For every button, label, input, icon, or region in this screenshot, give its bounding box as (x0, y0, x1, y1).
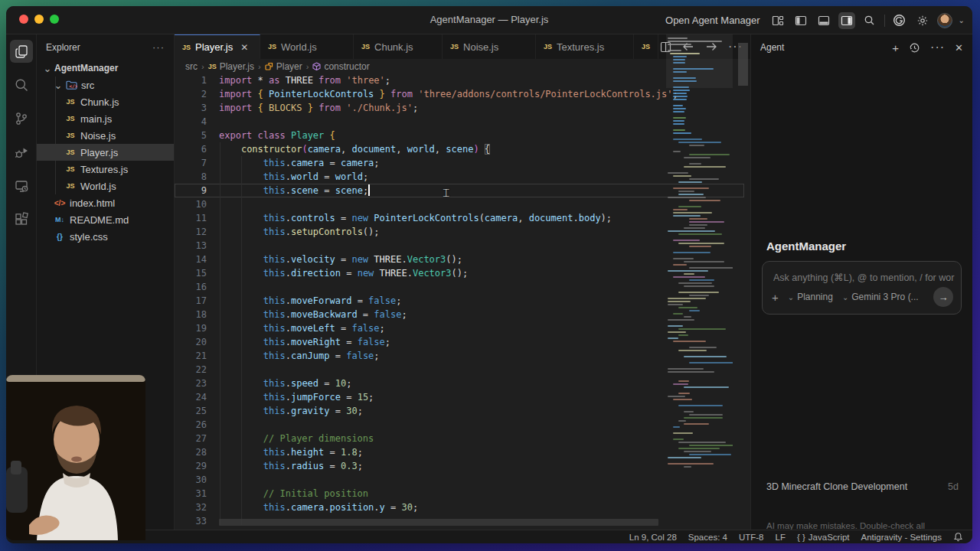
code-line-17[interactable]: 17 this.moveForward = false; (175, 294, 750, 308)
status-ln-9-col-28[interactable]: Ln 9, Col 28 (629, 533, 677, 542)
breadcrumb-constructor[interactable]: constructor (312, 61, 369, 72)
status-utf-8[interactable]: UTF-8 (739, 533, 764, 542)
code-line-23[interactable]: 23 this.speed = 10; (175, 377, 750, 390)
line-number: 11 (175, 211, 219, 225)
minimap[interactable] (666, 34, 733, 519)
code-line-16[interactable]: 16 (175, 280, 750, 294)
tree-item-textures-js[interactable]: JSTextures.js (37, 161, 174, 178)
code-line-32[interactable]: 32 this.camera.position.y = 30; (175, 500, 750, 514)
activity-search-icon[interactable] (6, 68, 37, 102)
code-line-28[interactable]: 28 this.height = 1.8; (175, 445, 750, 459)
conversation-item[interactable]: 3D Minecraft Clone Development 5d (766, 481, 959, 492)
mode-dropdown[interactable]: ⌄Planning (788, 292, 833, 302)
tree-item-chunk-js[interactable]: JSChunk.js (37, 93, 174, 110)
tree-item-src[interactable]: ⌄</>src (37, 77, 174, 93)
tree-item-main-js[interactable]: JSmain.js (37, 110, 174, 127)
code-line-18[interactable]: 18 this.moveBackward = false; (175, 308, 750, 321)
vertical-scrollbar[interactable] (738, 43, 748, 86)
history-icon[interactable] (909, 42, 920, 54)
toggle-bottom-panel-icon[interactable] (815, 12, 832, 29)
customize-layout-icon[interactable] (769, 12, 786, 29)
code-line-6[interactable]: 6 constructor(camera, document, world, s… (175, 142, 750, 156)
code-line-8[interactable]: 8 this.world = world; (175, 170, 750, 184)
activity-source-control-icon[interactable] (6, 102, 37, 135)
attach-icon[interactable]: + (772, 291, 779, 304)
tab-world-js[interactable]: JSWorld.js (260, 34, 354, 59)
new-chat-icon[interactable]: + (892, 41, 899, 54)
code-line-1[interactable]: 1import * as THREE from 'three'; (175, 73, 750, 87)
horizontal-scrollbar[interactable] (219, 519, 658, 526)
toggle-right-panel-icon[interactable] (838, 12, 855, 29)
code-line-15[interactable]: 15 this.direction = new THREE.Vector3(); (175, 266, 750, 280)
agent-input-box[interactable]: Ask anything (⌘L), @ to mention, / for w… (762, 261, 962, 315)
code-line-4[interactable]: 4 (175, 115, 750, 129)
tree-item-noise-js[interactable]: JSNoise.js (37, 127, 174, 144)
activity-explorer-icon[interactable] (6, 34, 37, 68)
tree-item-style-css[interactable]: {}style.css (37, 228, 174, 245)
code-area[interactable]: 1import * as THREE from 'three';2import … (175, 73, 750, 530)
code-line-10[interactable]: 10 (175, 197, 750, 211)
code-line-27[interactable]: 27 // Player dimensions (175, 432, 750, 445)
tab-partial[interactable]: JS (634, 34, 658, 59)
activity-extensions-icon[interactable] (6, 203, 37, 236)
code-line-12[interactable]: 12 this.setupControls(); (175, 225, 750, 239)
breadcrumb-player-js[interactable]: JSPlayer.js (208, 61, 254, 72)
breadcrumb-player[interactable]: Player (265, 61, 302, 72)
tab-label: Noise.js (463, 41, 498, 53)
gear-icon[interactable] (914, 12, 931, 29)
code-line-22[interactable]: 22 (175, 363, 750, 377)
tree-item-label: Chunk.js (80, 96, 119, 108)
code-line-31[interactable]: 31 // Initial position (175, 487, 750, 500)
model-dropdown[interactable]: ⌄Gemini 3 Pro (... (842, 292, 919, 302)
agent-more-icon[interactable]: ··· (930, 41, 945, 54)
code-line-14[interactable]: 14 this.velocity = new THREE.Vector3(); (175, 253, 750, 266)
tab-textures-js[interactable]: JSTextures.js (536, 34, 634, 59)
close-tab-icon[interactable]: ✕ (240, 42, 248, 53)
code-line-30[interactable]: 30 (175, 473, 750, 487)
status-spaces-4[interactable]: Spaces: 4 (688, 533, 727, 542)
code-line-20[interactable]: 20 this.moveRight = false; (175, 335, 750, 349)
code-line-29[interactable]: 29 this.radius = 0.3; (175, 459, 750, 473)
activity-remote-explorer-icon[interactable] (6, 169, 37, 203)
antigravity-logo-icon[interactable] (891, 12, 908, 29)
code-line-24[interactable]: 24 this.jumpForce = 15; (175, 390, 750, 404)
status-lf[interactable]: LF (776, 533, 786, 542)
search-icon[interactable] (861, 12, 878, 29)
line-number: 8 (175, 170, 219, 184)
tree-item-world-js[interactable]: JSWorld.js (37, 178, 174, 194)
tab-noise-js[interactable]: JSNoise.js (443, 34, 536, 59)
code-line-21[interactable]: 21 this.canJump = false; (175, 349, 750, 363)
notifications-bell-icon[interactable] (953, 532, 963, 542)
explorer-more-actions-icon[interactable]: ··· (152, 41, 165, 53)
open-agent-manager-button[interactable]: Open Agent Manager (665, 15, 760, 26)
toggle-left-panel-icon[interactable] (792, 12, 809, 29)
code-line-3[interactable]: 3import { BLOCKS } from './Chunk.js'; (175, 101, 750, 115)
code-line-11[interactable]: 11 this.controls = new PointerLockContro… (175, 211, 750, 225)
tree-item-label: Player.js (80, 147, 118, 158)
breadcrumb-src[interactable]: src (185, 61, 198, 72)
agent-panel: Agent + ··· ✕ AgentManager Ask anything … (750, 34, 972, 530)
code-line-2[interactable]: 2import { PointerLockControls } from 'th… (175, 87, 750, 101)
tree-item-index-html[interactable]: </>index.html (37, 194, 174, 211)
send-button[interactable]: → (933, 287, 953, 307)
code-line-13[interactable]: 13 (175, 239, 750, 253)
code-line-25[interactable]: 25 this.gravity = 30; (175, 404, 750, 418)
code-line-7[interactable]: 7 this.camera = camera; (175, 156, 750, 170)
status-javascript[interactable]: { }JavaScript (797, 533, 850, 542)
close-panel-icon[interactable]: ✕ (955, 42, 963, 54)
activity-run-debug-icon[interactable] (6, 135, 37, 169)
user-avatar[interactable] (937, 13, 952, 28)
tab-chunk-js[interactable]: JSChunk.js (354, 34, 443, 59)
chevron-down-icon[interactable]: ⌄ (959, 16, 965, 24)
agent-input-placeholder[interactable]: Ask anything (⌘L), @ to mention, / for w… (773, 272, 955, 283)
code-line-5[interactable]: 5export class Player { (175, 129, 750, 142)
code-line-9[interactable]: 9 this.scene = scene; (175, 184, 750, 197)
status-antigravity-settings[interactable]: Antigravity - Settings (861, 533, 942, 542)
tree-item-readme-md[interactable]: M↓README.md (37, 211, 174, 228)
code-line-26[interactable]: 26 (175, 418, 750, 432)
tree-item-player-js[interactable]: JSPlayer.js (37, 144, 174, 161)
tree-item-label: README.md (70, 214, 129, 226)
tab-player-js[interactable]: JSPlayer.js✕ (175, 34, 260, 59)
tree-item-agentmanager[interactable]: ⌄AgentManager (37, 60, 174, 77)
code-line-19[interactable]: 19 this.moveLeft = false; (175, 321, 750, 335)
